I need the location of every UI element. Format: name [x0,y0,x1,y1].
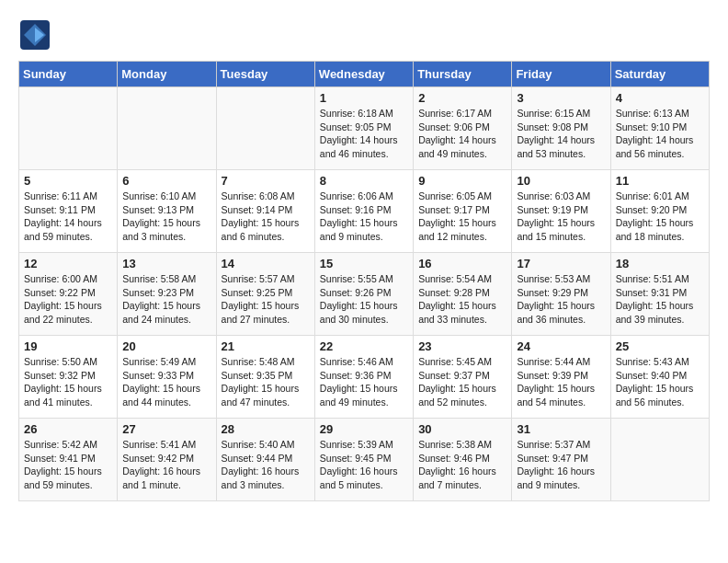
day-number: 9 [418,174,506,188]
calendar-cell: 20 Sunrise: 5:49 AMSunset: 9:33 PMDaylig… [118,336,216,419]
day-header-thursday: Thursday [414,62,512,87]
calendar-cell: 7 Sunrise: 6:08 AMSunset: 9:14 PMDayligh… [216,170,314,253]
calendar-cell: 31 Sunrise: 5:37 AMSunset: 9:47 PMDaylig… [512,419,610,501]
day-info: Sunrise: 5:53 AMSunset: 9:29 PMDaylight:… [517,272,605,327]
calendar-cell [610,419,709,501]
calendar-cell: 25 Sunrise: 5:43 AMSunset: 9:40 PMDaylig… [610,336,709,419]
day-info: Sunrise: 5:57 AMSunset: 9:25 PMDaylight:… [222,272,310,327]
calendar-cell: 28 Sunrise: 5:40 AMSunset: 9:44 PMDaylig… [216,419,314,501]
calendar-cell: 26 Sunrise: 5:42 AMSunset: 9:41 PMDaylig… [19,419,118,501]
day-number: 19 [24,339,112,353]
day-number: 15 [320,257,408,270]
day-info: Sunrise: 5:42 AMSunset: 9:41 PMDaylight:… [24,438,112,492]
day-number: 10 [517,174,605,188]
day-number: 17 [517,257,605,270]
calendar-cell: 11 Sunrise: 6:01 AMSunset: 9:20 PMDaylig… [610,170,709,253]
calendar-table: SundayMondayTuesdayWednesdayThursdayFrid… [18,61,710,501]
page-header [18,18,710,52]
day-header-sunday: Sunday [19,62,118,87]
day-info: Sunrise: 6:06 AMSunset: 9:16 PMDaylight:… [320,190,408,244]
day-number: 16 [418,257,506,270]
calendar-cell [118,87,216,170]
calendar-cell: 6 Sunrise: 6:10 AMSunset: 9:13 PMDayligh… [118,170,216,253]
calendar-cell: 21 Sunrise: 5:48 AMSunset: 9:35 PMDaylig… [216,336,314,419]
calendar-cell: 30 Sunrise: 5:38 AMSunset: 9:46 PMDaylig… [414,419,512,501]
day-info: Sunrise: 6:00 AMSunset: 9:22 PMDaylight:… [24,272,112,327]
day-info: Sunrise: 5:55 AMSunset: 9:26 PMDaylight:… [320,272,408,327]
day-number: 4 [616,91,704,105]
day-number: 29 [320,422,408,436]
day-number: 25 [616,339,704,353]
day-number: 6 [122,174,210,188]
calendar-cell: 9 Sunrise: 6:05 AMSunset: 9:17 PMDayligh… [414,170,512,253]
day-info: Sunrise: 6:05 AMSunset: 9:17 PMDaylight:… [418,190,506,244]
day-info: Sunrise: 6:08 AMSunset: 9:14 PMDaylight:… [222,190,310,244]
day-header-monday: Monday [118,62,216,87]
week-row-3: 12 Sunrise: 6:00 AMSunset: 9:22 PMDaylig… [19,253,710,336]
day-number: 5 [24,174,112,188]
day-header-saturday: Saturday [610,62,709,87]
day-info: Sunrise: 6:10 AMSunset: 9:13 PMDaylight:… [122,190,210,244]
calendar-cell: 13 Sunrise: 5:58 AMSunset: 9:23 PMDaylig… [118,253,216,336]
day-info: Sunrise: 5:40 AMSunset: 9:44 PMDaylight:… [222,438,310,492]
calendar-cell: 15 Sunrise: 5:55 AMSunset: 9:26 PMDaylig… [314,253,413,336]
day-header-tuesday: Tuesday [216,62,314,87]
day-info: Sunrise: 5:49 AMSunset: 9:33 PMDaylight:… [122,355,210,409]
week-row-1: 1 Sunrise: 6:18 AMSunset: 9:05 PMDayligh… [19,87,710,170]
day-number: 12 [24,257,112,270]
calendar-cell: 10 Sunrise: 6:03 AMSunset: 9:19 PMDaylig… [512,170,610,253]
calendar-cell: 14 Sunrise: 5:57 AMSunset: 9:25 PMDaylig… [216,253,314,336]
calendar-cell: 2 Sunrise: 6:17 AMSunset: 9:06 PMDayligh… [414,87,512,170]
day-header-friday: Friday [512,62,610,87]
day-info: Sunrise: 6:03 AMSunset: 9:19 PMDaylight:… [517,190,605,244]
day-number: 8 [320,174,408,188]
day-number: 31 [517,422,605,436]
day-info: Sunrise: 5:58 AMSunset: 9:23 PMDaylight:… [122,272,210,327]
week-row-5: 26 Sunrise: 5:42 AMSunset: 9:41 PMDaylig… [19,419,710,501]
day-number: 2 [418,91,506,105]
day-info: Sunrise: 6:18 AMSunset: 9:05 PMDaylight:… [320,107,408,161]
day-number: 18 [616,257,704,270]
calendar-cell: 24 Sunrise: 5:44 AMSunset: 9:39 PMDaylig… [512,336,610,419]
logo-icon [18,18,51,52]
day-info: Sunrise: 5:43 AMSunset: 9:40 PMDaylight:… [616,355,704,409]
day-info: Sunrise: 5:51 AMSunset: 9:31 PMDaylight:… [616,272,704,327]
calendar-cell [216,87,314,170]
day-header-wednesday: Wednesday [314,62,413,87]
day-info: Sunrise: 6:01 AMSunset: 9:20 PMDaylight:… [616,190,704,244]
week-row-4: 19 Sunrise: 5:50 AMSunset: 9:32 PMDaylig… [19,336,710,419]
day-number: 28 [222,422,310,436]
day-number: 24 [517,339,605,353]
calendar-cell [19,87,118,170]
day-info: Sunrise: 6:15 AMSunset: 9:08 PMDaylight:… [517,107,605,161]
calendar-cell: 29 Sunrise: 5:39 AMSunset: 9:45 PMDaylig… [314,419,413,501]
calendar-cell: 23 Sunrise: 5:45 AMSunset: 9:37 PMDaylig… [414,336,512,419]
calendar-cell: 17 Sunrise: 5:53 AMSunset: 9:29 PMDaylig… [512,253,610,336]
day-number: 1 [320,91,408,105]
day-number: 23 [418,339,506,353]
day-number: 26 [24,422,112,436]
day-info: Sunrise: 6:13 AMSunset: 9:10 PMDaylight:… [616,107,704,161]
day-number: 20 [122,339,210,353]
calendar-cell: 4 Sunrise: 6:13 AMSunset: 9:10 PMDayligh… [610,87,709,170]
calendar-cell: 5 Sunrise: 6:11 AMSunset: 9:11 PMDayligh… [19,170,118,253]
calendar-cell: 19 Sunrise: 5:50 AMSunset: 9:32 PMDaylig… [19,336,118,419]
day-number: 22 [320,339,408,353]
day-info: Sunrise: 5:38 AMSunset: 9:46 PMDaylight:… [418,438,506,492]
day-number: 30 [418,422,506,436]
day-info: Sunrise: 5:50 AMSunset: 9:32 PMDaylight:… [24,355,112,409]
day-number: 7 [222,174,310,188]
calendar-cell: 8 Sunrise: 6:06 AMSunset: 9:16 PMDayligh… [314,170,413,253]
day-info: Sunrise: 6:17 AMSunset: 9:06 PMDaylight:… [418,107,506,161]
logo [18,18,55,52]
header-row: SundayMondayTuesdayWednesdayThursdayFrid… [19,62,710,87]
day-info: Sunrise: 5:54 AMSunset: 9:28 PMDaylight:… [418,272,506,327]
day-number: 11 [616,174,704,188]
calendar-cell: 3 Sunrise: 6:15 AMSunset: 9:08 PMDayligh… [512,87,610,170]
day-number: 27 [122,422,210,436]
calendar-cell: 1 Sunrise: 6:18 AMSunset: 9:05 PMDayligh… [314,87,413,170]
calendar-cell: 18 Sunrise: 5:51 AMSunset: 9:31 PMDaylig… [610,253,709,336]
week-row-2: 5 Sunrise: 6:11 AMSunset: 9:11 PMDayligh… [19,170,710,253]
day-info: Sunrise: 5:48 AMSunset: 9:35 PMDaylight:… [222,355,310,409]
day-info: Sunrise: 5:45 AMSunset: 9:37 PMDaylight:… [418,355,506,409]
